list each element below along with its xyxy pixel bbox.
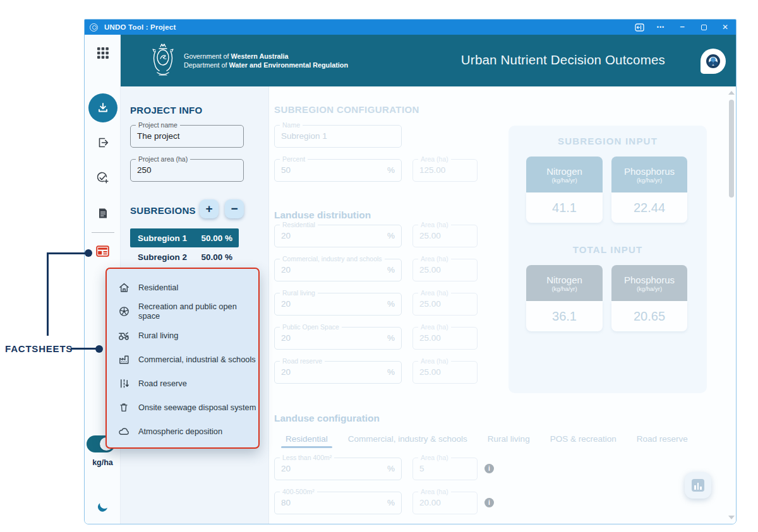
field-label: Percent — [280, 155, 308, 163]
card-value: 41.1 — [526, 192, 603, 223]
menu-item-commercial[interactable]: Commercial, industrial & schools — [107, 347, 258, 371]
subregion-list-item[interactable]: Subregion 2 50.00 % — [130, 247, 239, 266]
field-value: 20.00 — [419, 498, 441, 507]
field-label: Area (ha) — [418, 221, 451, 228]
landuse-percent-field[interactable]: Public Open Space 20 % — [274, 327, 402, 350]
info-icon[interactable]: i — [484, 498, 494, 507]
field-value: Subregion 1 — [281, 131, 327, 141]
field-label: Less than 400m² — [280, 454, 334, 461]
report-button[interactable] — [85, 206, 121, 220]
menu-item-atmospheric[interactable]: Atmospheric deposition — [107, 419, 258, 443]
field-value: 5 — [419, 464, 424, 473]
add-subregion-button[interactable]: + — [200, 199, 219, 218]
main-scrollbar[interactable] — [727, 86, 736, 524]
dark-mode-icon[interactable] — [99, 499, 111, 510]
validate-button[interactable] — [85, 171, 121, 186]
nitrogen-total-card: Nitrogen(kg/ha/yr) 36.1 — [526, 265, 603, 331]
percent-suffix: % — [387, 231, 395, 240]
menu-item-label: Road reserve — [138, 379, 187, 388]
project-area-label: Project area (ha) — [136, 155, 190, 163]
landuse-configuration-heading: Landuse configuration — [274, 413, 380, 424]
landuse-area-field: Area (ha) 25.00 — [412, 293, 478, 316]
inputs-panel: SUBREGION INPUT Nitrogen(kg/ha/yr) 41.1 … — [508, 126, 707, 393]
field-label: Area (ha) — [418, 454, 451, 461]
sidebar-divider — [92, 232, 114, 233]
factory-icon — [117, 353, 130, 365]
home-icon — [117, 281, 130, 293]
menu-item-recreation[interactable]: Recreation and public open space — [107, 299, 258, 323]
snap-layout-icon[interactable] — [629, 20, 650, 35]
project-name-value: The project — [137, 131, 180, 141]
field-label: Area (ha) — [418, 323, 451, 331]
config-percent-field[interactable]: 400-500m² 80 % — [274, 492, 402, 514]
card-unit: (kg/ha/yr) — [551, 285, 577, 292]
export-button[interactable] — [85, 136, 121, 150]
landuse-area-field: Area (ha) 25.00 — [412, 361, 478, 384]
scroll-down-icon[interactable] — [728, 516, 735, 519]
field-label: Public Open Space — [280, 323, 342, 331]
field-value: 25.00 — [419, 367, 441, 377]
scrollbar-thumb[interactable] — [729, 100, 734, 198]
project-area-value: 250 — [137, 165, 152, 175]
gov-line2-bold: Water and Environmental Regulation — [229, 61, 348, 69]
menu-item-residential[interactable]: Residential — [107, 275, 258, 299]
info-icon[interactable]: i — [484, 464, 494, 473]
subregion-area-field: Area (ha) 125.00 — [412, 159, 478, 182]
window-title: UNDO Tool : Project — [104, 23, 176, 31]
close-button[interactable]: ✕ — [714, 20, 736, 35]
field-value: 125.00 — [419, 165, 445, 175]
more-options-icon[interactable]: ••• — [650, 20, 671, 35]
annotation-dot — [95, 345, 103, 353]
export-icon — [96, 136, 110, 150]
gov-line1-prefix: Government of — [184, 52, 231, 60]
tab-pos-recreation[interactable]: POS & recreation — [550, 434, 617, 444]
tractor-icon — [117, 329, 130, 341]
field-label: Commercial, industry and schools — [280, 255, 385, 263]
card-value: 22.44 — [611, 192, 687, 223]
subregion-name-field[interactable]: Name Subregion 1 — [274, 125, 402, 148]
tab-road-reserve[interactable]: Road reserve — [637, 434, 688, 444]
card-title: Nitrogen — [546, 166, 582, 177]
project-info-heading: PROJECT INFO — [130, 105, 202, 115]
subregion-percent-field[interactable]: Percent 50 % — [274, 159, 402, 182]
landuse-percent-field[interactable]: Road reserve 20 % — [274, 361, 402, 384]
percent-suffix: % — [387, 333, 395, 343]
apps-grid-button[interactable] — [85, 47, 121, 59]
landuse-percent-field[interactable]: Residential 20 % — [274, 225, 402, 247]
wa-coat-of-arms-logo — [148, 42, 177, 79]
tab-residential[interactable]: Residential — [286, 434, 328, 444]
page: UNDO Tool : Project ••• – ✕ — [0, 0, 758, 532]
bar-chart-icon — [692, 479, 704, 492]
config-percent-field[interactable]: Less than 400m² 20 % — [274, 458, 402, 480]
subregion-list-item-selected[interactable]: Subregion 1 50.00 % — [130, 228, 239, 247]
report-icon — [96, 206, 110, 220]
maximize-button[interactable] — [693, 20, 714, 35]
import-button[interactable] — [88, 93, 117, 122]
check-add-icon — [95, 171, 110, 186]
field-value: 20 — [281, 231, 291, 240]
minimize-button[interactable]: – — [671, 20, 693, 35]
remove-subregion-button[interactable]: − — [225, 199, 244, 218]
tab-commercial[interactable]: Commercial, industry & schools — [348, 434, 467, 444]
project-name-field[interactable]: Project name The project — [130, 125, 244, 148]
landuse-area-field: Area (ha) 25.00 — [412, 327, 478, 350]
project-area-field[interactable]: Project area (ha) 250 — [130, 159, 244, 182]
subregion-percent: 50.00 % — [201, 252, 232, 262]
percent-suffix: % — [387, 265, 395, 275]
menu-item-rural-living[interactable]: Rural living — [107, 323, 258, 347]
unit-label: kg/ha — [85, 458, 121, 467]
landuse-percent-field[interactable]: Rural living 20 % — [274, 293, 402, 316]
phosphorus-subregion-card: Phosphorus(kg/ha/yr) 22.44 — [611, 157, 687, 223]
chart-fab-button[interactable] — [685, 472, 711, 499]
percent-suffix: % — [387, 299, 395, 309]
card-value: 20.65 — [611, 301, 687, 331]
maximize-icon — [701, 25, 707, 30]
menu-item-onsite-sewage[interactable]: Onsite seewage disposal system — [107, 395, 258, 419]
field-label: Road reserve — [280, 357, 325, 365]
menu-item-road-reserve[interactable]: Road reserve — [107, 371, 258, 395]
trash-icon — [117, 401, 130, 413]
tab-rural-living[interactable]: Rural living — [488, 434, 530, 444]
scroll-up-icon[interactable] — [728, 91, 735, 95]
field-label: Residential — [280, 221, 318, 228]
landuse-percent-field[interactable]: Commercial, industry and schools 20 % — [274, 259, 402, 281]
